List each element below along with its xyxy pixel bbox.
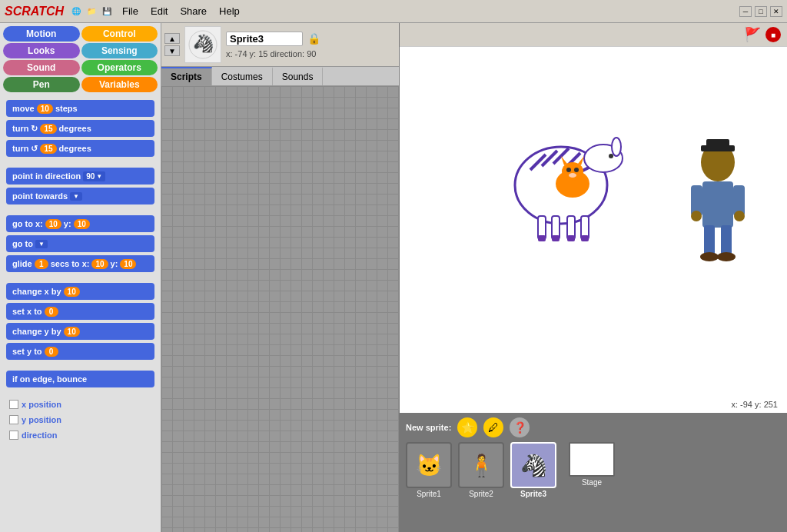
svg-point-25 <box>569 173 576 178</box>
block-turn-cw[interactable]: turn ↻ 15 degrees <box>6 120 154 137</box>
block-point-towards-value[interactable] <box>70 192 82 201</box>
sprite-item-sprite2[interactable]: 🧍 Sprite2 <box>458 442 504 498</box>
block-glide[interactable]: glide 1 secs to x: 10 y: 10 <box>6 255 154 272</box>
save-icon[interactable]: 💾 <box>101 5 113 18</box>
block-glide-y[interactable]: 10 <box>120 259 136 269</box>
gap5 <box>6 391 154 395</box>
block-change-x[interactable]: change x by 10 <box>6 283 154 300</box>
block-go-to-y-value[interactable]: 10 <box>74 219 90 229</box>
block-set-y-value[interactable]: 0 <box>45 347 58 357</box>
block-point-direction[interactable]: point in direction 90 <box>6 168 154 185</box>
titlebar: SCRATCH 🌐 📁 💾 File Edit Share Help ─ □ ✕ <box>0 0 787 23</box>
stage-label: Stage <box>582 478 602 487</box>
block-set-x-value[interactable]: 0 <box>45 307 58 317</box>
checkbox-x-position[interactable]: x position <box>6 398 154 411</box>
minimize-button[interactable]: ─ <box>739 6 752 17</box>
block-turn-ccw-label: turn ↺ <box>12 144 38 154</box>
sprite-item-sprite3[interactable]: 🦓 Sprite3 <box>510 442 556 498</box>
stage-item[interactable]: Stage <box>569 442 615 487</box>
cat-operators-button[interactable]: Operators <box>81 60 158 75</box>
block-glide-x[interactable]: 10 <box>91 259 108 269</box>
block-move-value[interactable]: 10 <box>37 104 53 114</box>
tab-sounds[interactable]: Sounds <box>273 67 324 85</box>
main-area: Motion Control Looks Sensing Sound Opera… <box>0 23 787 532</box>
block-point-direction-value[interactable]: 90 <box>83 171 105 181</box>
sprite-thumbnail: 🦓 <box>184 26 221 63</box>
block-go-to-label: go to <box>12 239 33 248</box>
green-flag-button[interactable]: 🚩 <box>744 26 761 43</box>
scripts-area: ▲ ▼ 🦓 🔒 x: -74 y: 15 direction: 90 Scrip… <box>161 23 400 532</box>
close-button[interactable]: ✕ <box>770 6 782 17</box>
checkbox-y-position-label: y position <box>22 415 61 424</box>
cat-control-button[interactable]: Control <box>81 26 158 42</box>
block-set-x[interactable]: set x to 0 <box>6 303 154 320</box>
cat-looks-button[interactable]: Looks <box>3 43 80 58</box>
cat-motion-button[interactable]: Motion <box>3 26 80 42</box>
block-go-to-value[interactable] <box>35 240 48 248</box>
cat-pen-button[interactable]: Pen <box>3 77 80 92</box>
sprite1-thumb[interactable]: 🐱 <box>406 442 452 488</box>
block-point-towards-label: point towards <box>12 191 68 201</box>
checkbox-x-position-check[interactable] <box>9 400 18 409</box>
cat-sound-button[interactable]: Sound <box>3 60 80 75</box>
sprite1-label: Sprite1 <box>417 490 441 498</box>
block-glide-y-label: y: <box>111 259 118 268</box>
new-sprite-star-button[interactable]: ⭐ <box>457 417 477 437</box>
block-change-x-value[interactable]: 10 <box>64 287 80 297</box>
stop-button[interactable]: ■ <box>765 27 781 42</box>
globe-icon[interactable]: 🌐 <box>70 5 82 18</box>
menu-share[interactable]: Share <box>180 5 207 17</box>
block-set-x-label: set x to <box>12 307 42 316</box>
cat-sensing-button[interactable]: Sensing <box>81 43 158 58</box>
block-point-direction-label: point in direction <box>12 171 81 181</box>
block-go-to-xy-label: go to x: <box>12 219 43 228</box>
scroll-down-button[interactable]: ▼ <box>164 45 180 56</box>
block-glide-secs[interactable]: 1 <box>35 259 48 269</box>
block-set-y[interactable]: set y to 0 <box>6 343 154 360</box>
menu-help[interactable]: Help <box>219 5 240 17</box>
block-turn-ccw[interactable]: turn ↺ 15 degrees <box>6 140 154 157</box>
sprite-name-input[interactable] <box>226 32 303 46</box>
checkbox-direction[interactable]: direction <box>6 429 154 441</box>
checkbox-direction-check[interactable] <box>9 431 18 440</box>
checkbox-y-position[interactable]: y position <box>6 414 154 426</box>
block-move-steps[interactable]: move 10 steps <box>6 100 154 117</box>
cat-variables-button[interactable]: Variables <box>81 77 158 92</box>
block-go-to-x-value[interactable]: 10 <box>45 219 61 229</box>
block-go-to[interactable]: go to <box>6 235 154 252</box>
block-bounce[interactable]: if on edge, bounce <box>6 371 154 387</box>
block-go-to-xy[interactable]: go to x: 10 y: 10 <box>6 215 154 232</box>
block-point-towards[interactable]: point towards <box>6 188 154 204</box>
block-turn-cw-value[interactable]: 15 <box>40 124 56 134</box>
gap1 <box>6 160 154 165</box>
sprite-coords: x: -74 y: 15 direction: 90 <box>226 49 396 58</box>
svg-rect-15 <box>538 235 546 241</box>
sprite-item-sprite1[interactable]: 🐱 Sprite1 <box>406 442 452 498</box>
stage-view[interactable]: x: -94 y: 251 <box>400 47 787 413</box>
tab-costumes[interactable]: Costumes <box>212 67 273 85</box>
new-sprite-camera-button[interactable]: ❓ <box>510 417 530 437</box>
stage-thumb[interactable] <box>569 442 615 477</box>
block-turn-ccw-value[interactable]: 15 <box>40 144 56 154</box>
checkbox-y-position-check[interactable] <box>9 415 18 424</box>
stage-panel: 🚩 ■ <box>400 23 787 532</box>
block-change-y-value[interactable]: 10 <box>64 327 80 337</box>
sprite3-thumb[interactable]: 🦓 <box>510 442 556 488</box>
zebra-sprite[interactable] <box>484 108 638 249</box>
block-turn-ccw-suffix: degrees <box>59 144 91 153</box>
svg-point-33 <box>734 211 745 221</box>
menu-edit[interactable]: Edit <box>151 5 168 17</box>
tab-scripts[interactable]: Scripts <box>161 67 212 85</box>
new-sprite-paint-button[interactable]: 🖊 <box>483 417 503 437</box>
svg-rect-17 <box>567 235 575 241</box>
person-sprite[interactable] <box>687 139 749 264</box>
sprite2-thumb[interactable]: 🧍 <box>458 442 504 488</box>
scroll-up-button[interactable]: ▲ <box>164 33 180 44</box>
block-change-y[interactable]: change y by 10 <box>6 323 154 340</box>
sprite-info: 🔒 x: -74 y: 15 direction: 90 <box>226 32 396 58</box>
open-icon[interactable]: 📁 <box>85 5 98 18</box>
scripts-canvas[interactable] <box>161 86 399 532</box>
gap3 <box>6 275 154 280</box>
maximize-button[interactable]: □ <box>755 6 767 17</box>
menu-file[interactable]: File <box>122 5 138 17</box>
